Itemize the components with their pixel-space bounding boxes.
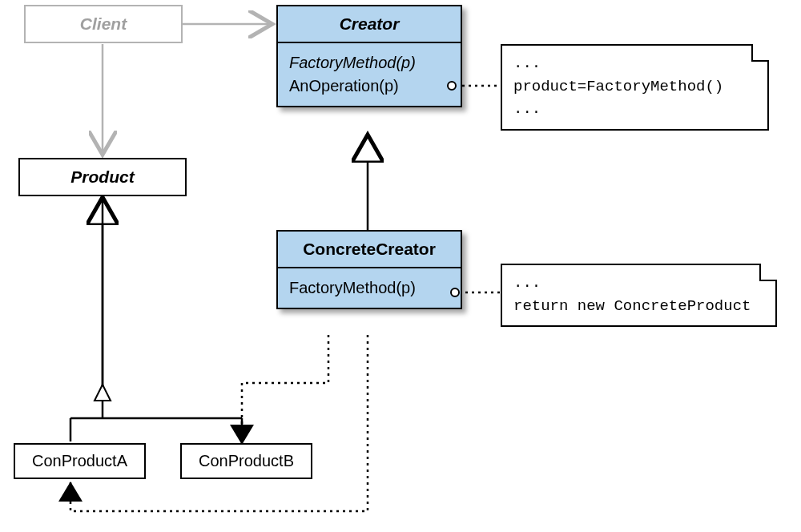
method-abstract: FactoryMethod(p) [289, 51, 449, 75]
note-creator: ... product=FactoryMethod() ... [501, 44, 769, 131]
class-title: ConcreteCreator [278, 232, 461, 267]
class-label: ConProductA [32, 452, 127, 470]
class-product: Product [18, 158, 187, 196]
dog-ear-icon [751, 44, 769, 62]
note-line: ... [513, 52, 756, 75]
svg-marker-8 [95, 385, 111, 401]
class-con-product-a: ConProductA [14, 443, 146, 479]
connector-port-icon [447, 81, 457, 91]
uml-diagram: Client Creator FactoryMethod(p) AnOperat… [0, 0, 801, 532]
class-client: Client [24, 5, 183, 43]
class-title: Product [20, 159, 185, 195]
connector-port-icon [450, 288, 460, 297]
note-concrete-creator: ... return new ConcreteProduct [501, 264, 777, 327]
method: FactoryMethod(p) [289, 276, 449, 300]
note-line: return new ConcreteProduct [513, 295, 764, 318]
class-label: ConProductB [199, 452, 294, 470]
class-con-product-b: ConProductB [180, 443, 312, 479]
class-concrete-creator: ConcreteCreator FactoryMethod(p) [276, 230, 462, 309]
class-creator: Creator FactoryMethod(p) AnOperation(p) [276, 5, 462, 107]
class-title: Client [26, 6, 181, 42]
note-line: ... [513, 272, 764, 295]
class-body: FactoryMethod(p) AnOperation(p) [278, 42, 461, 106]
method: AnOperation(p) [289, 75, 449, 98]
note-line: ... [513, 98, 756, 121]
class-body: FactoryMethod(p) [278, 267, 461, 308]
note-line: product=FactoryMethod() [513, 75, 756, 99]
class-title: Creator [278, 6, 461, 42]
dog-ear-icon [759, 264, 777, 281]
